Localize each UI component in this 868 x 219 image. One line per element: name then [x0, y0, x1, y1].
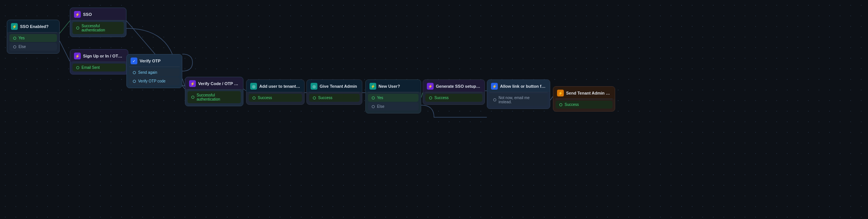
port-label: Success — [258, 96, 272, 100]
node-icon: ⚡ — [427, 83, 434, 90]
port-not-now[interactable]: Not now, email me instead. — [489, 94, 548, 106]
node-send-admin-link[interactable]: ⚡ Send Tenant Admin Link Success — [553, 86, 615, 112]
node-icon: ✓ — [131, 57, 137, 64]
node-title: Add user to tenant by email dom... — [259, 84, 300, 89]
port-else[interactable]: Else — [368, 103, 419, 110]
port-label: Successful authentication — [82, 24, 120, 32]
port-label: Not now, email me instead. — [499, 96, 544, 104]
port-success[interactable]: Success — [309, 94, 360, 102]
port-label: Send again — [138, 70, 157, 75]
port-dot — [559, 103, 562, 106]
port-dot — [133, 80, 136, 83]
node-icon: ⚡ — [491, 83, 498, 90]
node-title: Verify OTP — [140, 59, 161, 63]
port-dot — [13, 45, 16, 48]
node-sso-enabled[interactable]: ⚡ SSO Enabled? Yes Else — [7, 20, 60, 54]
port-label: Success — [434, 96, 449, 100]
node-icon: ◎ — [311, 83, 317, 90]
node-icon: ⚡ — [11, 23, 18, 30]
port-label: Successful authentication — [197, 93, 237, 101]
node-icon: ◎ — [250, 83, 257, 90]
port-dot — [493, 98, 496, 101]
port-success[interactable]: Email Sent — [72, 64, 126, 71]
port-dot — [252, 96, 255, 99]
node-title: SSO — [83, 12, 92, 17]
port-send-again[interactable]: Send again — [129, 68, 180, 76]
port-dot — [313, 96, 316, 99]
node-title: Allow link or button for link — [500, 84, 546, 89]
node-title: Give Tenant Admin — [320, 84, 357, 89]
node-title: Sign Up or In / OTP / Email — [83, 54, 124, 58]
node-title: Send Tenant Admin Link — [566, 91, 611, 95]
node-title: New User? — [379, 84, 400, 89]
port-verify[interactable]: Verify OTP code — [129, 77, 180, 85]
port-dot — [372, 105, 375, 108]
port-success[interactable]: Success — [249, 94, 302, 102]
port-success[interactable]: Successful authentication — [72, 22, 124, 34]
port-success[interactable]: Success — [425, 94, 482, 102]
port-label: Yes — [377, 96, 383, 100]
node-give-admin[interactable]: ◎ Give Tenant Admin Success — [306, 79, 362, 105]
port-dot — [133, 71, 136, 74]
port-label: Yes — [18, 36, 25, 40]
port-yes[interactable]: Yes — [368, 94, 419, 102]
node-icon: ⚡ — [557, 90, 564, 96]
node-title: SSO Enabled? — [20, 24, 49, 29]
port-success[interactable]: Success — [556, 101, 613, 109]
node-sso[interactable]: ⚡ SSO Successful authentication — [70, 8, 126, 37]
port-label: Verify OTP code — [138, 79, 166, 83]
node-title: Verify Code / OTP / Email — [198, 81, 239, 86]
node-icon: ⚡ — [189, 80, 196, 87]
node-new-user[interactable]: ⚡ New User? Yes Else — [365, 79, 421, 113]
port-dot — [372, 96, 375, 99]
port-dot — [13, 37, 16, 40]
port-dot — [429, 96, 432, 99]
port-dot — [76, 66, 79, 69]
node-signup[interactable]: ⚡ Sign Up or In / OTP / Email Email Sent — [70, 49, 128, 75]
port-dot — [191, 96, 194, 99]
node-add-user[interactable]: ◎ Add user to tenant by email dom... Suc… — [246, 79, 305, 105]
node-verify-otp[interactable]: ✓ Verify OTP Send again Verify OTP code — [126, 54, 182, 88]
node-allow-link[interactable]: ⚡ Allow link or button for link Not now,… — [487, 79, 550, 109]
node-icon: ⚡ — [74, 11, 81, 18]
port-success[interactable]: Successful authentication — [188, 91, 241, 103]
port-label: Else — [377, 104, 384, 109]
port-label: Success — [565, 103, 579, 107]
node-generate-sso[interactable]: ⚡ Generate SSO setup suite admin... Succ… — [423, 79, 485, 105]
port-dot — [76, 26, 79, 30]
port-else[interactable]: Else — [9, 43, 57, 51]
port-label: Success — [318, 96, 332, 100]
node-icon: ⚡ — [369, 83, 376, 90]
port-yes[interactable]: Yes — [9, 34, 57, 42]
node-verify-code[interactable]: ⚡ Verify Code / OTP / Email Successful a… — [185, 77, 243, 106]
port-label: Email Sent — [82, 65, 100, 70]
node-title: Generate SSO setup suite admin... — [436, 84, 481, 89]
port-label: Else — [18, 45, 26, 49]
node-icon: ⚡ — [74, 53, 81, 59]
